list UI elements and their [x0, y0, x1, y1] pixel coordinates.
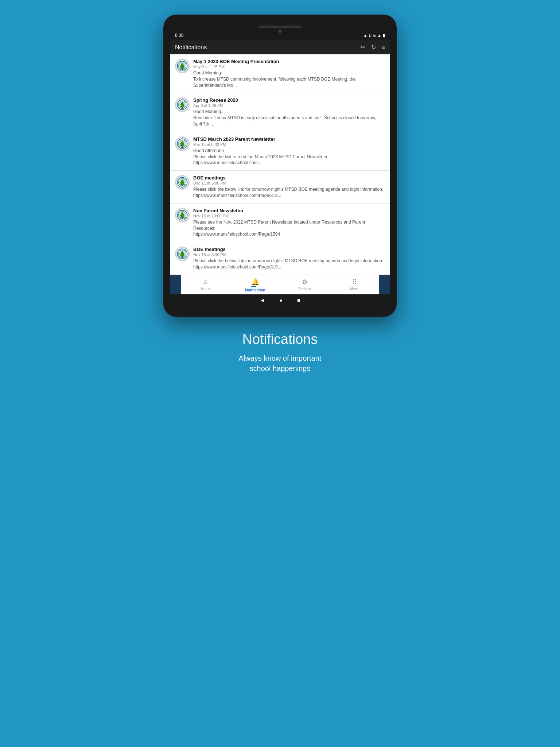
- android-nav: ◄ ● ■: [170, 294, 390, 306]
- svg-rect-27: [182, 185, 183, 186]
- svg-rect-41: [182, 256, 183, 258]
- notification-preview: Good Morning-To increase MTSD community …: [193, 70, 385, 88]
- notification-title: BOE meetings: [193, 175, 385, 181]
- nav-item-notification[interactable]: 🔔 Notification: [230, 275, 280, 294]
- edit-icon[interactable]: ✏: [361, 44, 365, 51]
- notification-content: BOE meetings Nov 15 at 5:00 PM Please cl…: [193, 247, 385, 270]
- home-button[interactable]: ●: [279, 297, 282, 303]
- notification-date: Mar 15 at 8:00 PM: [193, 142, 385, 147]
- svg-rect-20: [182, 146, 183, 148]
- battery-icon: ▮: [383, 33, 385, 38]
- notification-icon-container: 🔔: [251, 278, 259, 287]
- wifi-icon: ▲: [363, 33, 368, 38]
- bottom-nav-container: ⌂ Home 🔔 Notification ⚙ Settings ⠿ More: [170, 275, 390, 294]
- avatar: [175, 97, 190, 112]
- notification-item[interactable]: Nov Parent Newsletter Nov 16 at 10:00 PM…: [170, 204, 390, 242]
- avatar: [175, 175, 190, 190]
- refresh-icon[interactable]: ↻: [371, 44, 376, 51]
- notification-item[interactable]: BOE meetings Dec 11 at 5:00 PM Please cl…: [170, 171, 390, 204]
- camera-dot: [279, 30, 281, 33]
- svg-rect-34: [182, 217, 183, 219]
- notification-title: Nov Parent Newsletter: [193, 208, 385, 213]
- settings-icon: ⚙: [302, 278, 308, 286]
- notification-title: BOE meetings: [193, 247, 385, 252]
- avatar: [175, 59, 190, 73]
- camera-area: [170, 26, 390, 28]
- signal-icon: ▲: [377, 33, 381, 38]
- notification-preview: Good Afternoon-Please click the link to …: [193, 148, 385, 166]
- notification-preview: Please see the Nov. 2022 MTSD Parent New…: [193, 219, 385, 237]
- notification-item[interactable]: Spring Recess 2023 Apr 6 at 1:49 PM Good…: [170, 93, 390, 132]
- screen: 8:00 ▲ LTE ▲ ▮ Notifications ✏ ↻ ≡: [170, 31, 390, 306]
- header-icons: ✏ ↻ ≡: [361, 44, 385, 51]
- app-title: Notifications: [175, 44, 207, 51]
- footer-subtitle: Always know of importantschool happening…: [239, 353, 322, 374]
- notification-date: Nov 16 at 10:00 PM: [193, 214, 385, 218]
- notification-content: Spring Recess 2023 Apr 6 at 1:49 PM Good…: [193, 97, 385, 127]
- notification-title: MTSD March 2023 Parent Newsletter: [193, 136, 385, 142]
- notification-item[interactable]: MTSD March 2023 Parent Newsletter Mar 15…: [170, 132, 390, 171]
- notification-preview: Please click the below link for tomorrow…: [193, 258, 385, 270]
- nav-side-left: [170, 275, 181, 294]
- nav-item-more[interactable]: ⠿ More: [330, 275, 379, 294]
- notification-preview: Please click the below link for tomorrow…: [193, 186, 385, 199]
- nav-label: Settings: [298, 287, 311, 291]
- home-icon: ⌂: [204, 278, 208, 286]
- bell-icon: 🔔: [251, 278, 259, 286]
- more-icon: ⠿: [352, 278, 357, 286]
- nav-label: Home: [201, 287, 211, 291]
- notification-date: May 2 at 1:15 PM: [193, 65, 385, 69]
- tablet-frame: 8:00 ▲ LTE ▲ ▮ Notifications ✏ ↻ ≡: [163, 15, 397, 317]
- footer-title: Notifications: [239, 332, 322, 347]
- bottom-nav: ⌂ Home 🔔 Notification ⚙ Settings ⠿ More: [181, 275, 379, 294]
- notification-content: MTSD March 2023 Parent Newsletter Mar 15…: [193, 136, 385, 166]
- app-header: Notifications ✏ ↻ ≡: [170, 40, 390, 54]
- camera-notch: [258, 26, 302, 28]
- nav-label: More: [350, 287, 359, 291]
- page-footer: Notifications Always know of importantsc…: [239, 332, 322, 374]
- active-indicator: [251, 286, 256, 287]
- menu-icon[interactable]: ≡: [382, 44, 385, 51]
- notification-preview: Good Morning...Reminder: Today MTSD is e…: [193, 109, 385, 127]
- status-icons: ▲ LTE ▲ ▮: [363, 33, 385, 38]
- notification-date: Apr 6 at 1:49 PM: [193, 103, 385, 108]
- notification-title: Spring Recess 2023: [193, 97, 385, 103]
- notification-content: BOE meetings Dec 11 at 5:00 PM Please cl…: [193, 175, 385, 199]
- svg-rect-13: [182, 107, 183, 109]
- notification-date: Dec 11 at 5:00 PM: [193, 181, 385, 185]
- notification-date: Nov 15 at 5:00 PM: [193, 252, 385, 257]
- notification-title: May 1 2023 BOE Meeting Presentation: [193, 59, 385, 64]
- network-label: LTE: [369, 33, 376, 38]
- notification-list: May 1 2023 BOE Meeting Presentation May …: [170, 54, 390, 275]
- avatar: [175, 136, 190, 151]
- avatar: [175, 247, 190, 261]
- notification-content: Nov Parent Newsletter Nov 16 at 10:00 PM…: [193, 208, 385, 237]
- nav-label: Notification: [245, 288, 265, 292]
- status-time: 8:00: [175, 33, 183, 38]
- svg-rect-6: [182, 68, 183, 70]
- back-button[interactable]: ◄: [260, 297, 265, 303]
- recent-button[interactable]: ■: [297, 297, 300, 303]
- notification-item[interactable]: May 1 2023 BOE Meeting Presentation May …: [170, 54, 390, 93]
- notification-item[interactable]: BOE meetings Nov 15 at 5:00 PM Please cl…: [170, 242, 390, 275]
- nav-item-home[interactable]: ⌂ Home: [181, 275, 230, 294]
- avatar: [175, 208, 190, 222]
- nav-side-right: [379, 275, 390, 294]
- notification-content: May 1 2023 BOE Meeting Presentation May …: [193, 59, 385, 88]
- nav-item-settings[interactable]: ⚙ Settings: [280, 275, 330, 294]
